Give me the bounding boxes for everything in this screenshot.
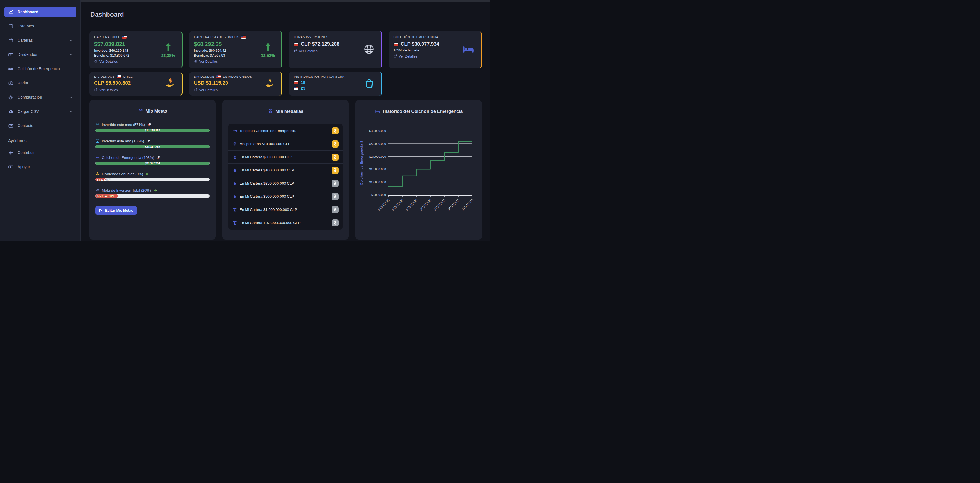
ver-detalles-link[interactable]: Ver Detalles bbox=[194, 59, 218, 64]
medal-row-4: En Mi Cartera $100.000.000 CLP bbox=[228, 163, 343, 177]
shopping-bag-icon bbox=[364, 85, 375, 89]
meta-progress-bar: $14.275.153 bbox=[95, 129, 210, 132]
sidebar-item-dividendos[interactable]: Dividendos bbox=[4, 49, 76, 60]
y-tick-label: $30.000.000 bbox=[369, 142, 386, 145]
turtle-icon bbox=[145, 172, 150, 176]
card-side-icon bbox=[462, 43, 474, 56]
sidebar-item-label: Dividendos bbox=[18, 52, 37, 57]
race-flag-icon bbox=[138, 108, 143, 114]
sidebar-item-label: Dashboard bbox=[18, 9, 38, 14]
medal-icon bbox=[268, 108, 273, 114]
card-side-icon: $ bbox=[165, 78, 175, 89]
medal-label: En Mi Cartera $100.000.000 CLP bbox=[240, 168, 294, 172]
chile-flag-icon bbox=[117, 75, 121, 78]
card-title-text: CHILE bbox=[123, 75, 133, 78]
medal-row-7: En Mi Cartera $1.000.000.000 CLP bbox=[228, 203, 343, 216]
change-percent: 12,52% bbox=[261, 53, 275, 58]
ver-detalles-link[interactable]: Ver Detalles bbox=[294, 49, 317, 53]
metas-panel: Mis Metas Invertido este mes (571%) $14.… bbox=[89, 100, 216, 239]
card-title: CARTERA ESTADOS UNIDOS bbox=[194, 35, 277, 38]
meta-label-text: Meta de Inversión Total (20%) bbox=[102, 188, 151, 193]
medal-badge-gold bbox=[331, 154, 339, 161]
meta-label: Invertido este año (106%) bbox=[95, 139, 210, 143]
panels-row: Mis Metas Invertido este mes (571%) $14.… bbox=[89, 100, 482, 239]
sidebar-item-este-mes[interactable]: Este Mes bbox=[4, 21, 76, 32]
external-link-icon bbox=[94, 88, 98, 92]
sidebar-item-carteras[interactable]: Carteras bbox=[4, 35, 76, 46]
coins-icon bbox=[232, 142, 237, 146]
card-title: CARTERA CHILE bbox=[94, 35, 177, 38]
sidebar-item-configuracion[interactable]: Configuración bbox=[4, 92, 76, 103]
bed-icon bbox=[462, 51, 474, 56]
y-tick-label: $36.000.000 bbox=[369, 129, 386, 132]
ver-detalles-link[interactable]: Ver Detalles bbox=[94, 88, 118, 92]
sidebar-section-label: Ayúdanos bbox=[4, 138, 76, 143]
globe-icon bbox=[363, 51, 375, 56]
meta-label: Invertido este mes (571%) bbox=[95, 123, 210, 127]
svg-text:$: $ bbox=[268, 78, 272, 83]
race-flag-icon bbox=[95, 188, 100, 193]
calendar-check-icon bbox=[95, 139, 100, 143]
sidebar-item-dashboard[interactable]: Dashboard bbox=[4, 6, 76, 17]
top-scrollbar-strip bbox=[81, 0, 490, 2]
change-percent: 23,38% bbox=[161, 53, 175, 58]
card-side-icon: $ bbox=[264, 78, 275, 89]
bed-icon bbox=[232, 128, 237, 133]
ver-detalles-link[interactable]: Ver Detalles bbox=[194, 88, 218, 92]
chart-y-axis-label: Colchon de Emergencia $ bbox=[360, 129, 364, 197]
y-tick-label: $6.000.000 bbox=[371, 193, 386, 197]
meta-progress-value: $121.946.919 bbox=[95, 194, 210, 198]
sidebar-item-label: Este Mes bbox=[18, 24, 34, 29]
meta-item-1: Invertido este mes (571%) $14.275.153 bbox=[95, 123, 210, 132]
calendar-icon bbox=[95, 123, 100, 127]
puzzle-icon bbox=[8, 150, 13, 155]
editar-mis-metas-button[interactable]: Editar Mis Metas bbox=[95, 206, 137, 215]
wallet-icon bbox=[8, 38, 13, 43]
meta-label[interactable]: Meta de Inversión Total (20%) bbox=[95, 188, 210, 193]
count-value: 23 bbox=[301, 86, 305, 90]
card-title: OTRAS INVERSIONES bbox=[294, 35, 376, 38]
app-root: Dashboard Este Mes Carteras Dividendos C… bbox=[0, 0, 490, 241]
sidebar-item-contribuir[interactable]: Contribuir bbox=[4, 147, 76, 158]
meta-progress-value: $31.817.255 bbox=[95, 145, 210, 148]
emergency-history-panel: Histórico del Colchón de Emergencia Colc… bbox=[355, 100, 482, 239]
summary-cards-row-2: DIVIDENDOS CHILE CLP $5.500.802 Ver Deta… bbox=[89, 72, 482, 96]
medal-label: En Mi Cartera $500.000.000 CLP bbox=[240, 194, 294, 199]
rocket-icon bbox=[156, 156, 161, 159]
hand-dollar-icon: $ bbox=[95, 172, 100, 176]
ver-detalles-link[interactable]: Ver Detalles bbox=[394, 54, 417, 59]
binoculars-icon bbox=[8, 81, 13, 86]
envelope-icon bbox=[8, 123, 13, 128]
chile-flag-icon bbox=[394, 43, 398, 46]
link-text: Ver Detalles bbox=[199, 88, 218, 92]
panel-title-text: Histórico del Colchón de Emergencia bbox=[383, 109, 463, 114]
usa-flag-icon bbox=[216, 75, 221, 78]
medal-label: En Mi Cartera $50.000.000 CLP bbox=[240, 155, 292, 159]
sidebar-item-apoyar[interactable]: Apoyar bbox=[4, 161, 76, 172]
external-link-icon bbox=[194, 88, 198, 92]
link-text: Ver Detalles bbox=[399, 54, 417, 58]
sidebar-item-label: Contribuir bbox=[18, 150, 35, 155]
sidebar-item-contacto[interactable]: Contacto bbox=[4, 121, 76, 131]
chevron-down-icon bbox=[69, 110, 73, 114]
sidebar-item-label: Contacto bbox=[18, 123, 33, 128]
sidebar-item-radar[interactable]: Radar bbox=[4, 78, 76, 88]
sidebar-item-colchon[interactable]: Colchón de Emergencia bbox=[4, 64, 76, 74]
meta-label-text: Invertido este mes (571%) bbox=[102, 123, 145, 127]
sidebar-item-label: Cargar CSV bbox=[18, 109, 39, 114]
meta-label[interactable]: Colchon de Emergencia (103%) bbox=[95, 155, 210, 159]
card-change: 12,52% bbox=[261, 42, 275, 58]
race-flag-icon bbox=[99, 208, 103, 212]
trophy-icon bbox=[232, 220, 237, 225]
meta-progress-value: $14.275.153 bbox=[95, 129, 210, 132]
medal-badge-gold bbox=[331, 128, 339, 134]
chile-flag-icon bbox=[294, 43, 298, 46]
button-label: Editar Mis Metas bbox=[105, 208, 133, 212]
ver-detalles-link[interactable]: Ver Detalles bbox=[94, 59, 118, 64]
medal-label: Tengo un Colchon de Emergencia. bbox=[240, 129, 296, 133]
x-tick-label: 03/07/2025 bbox=[405, 198, 418, 211]
trophy-icon bbox=[232, 207, 237, 212]
card-cartera-eeuu: CARTERA ESTADOS UNIDOS $68.292,35 Invert… bbox=[189, 31, 283, 68]
x-tick-label: 08/07/2025 bbox=[447, 198, 460, 211]
sidebar-item-cargar-csv[interactable]: Cargar CSV bbox=[4, 106, 76, 117]
